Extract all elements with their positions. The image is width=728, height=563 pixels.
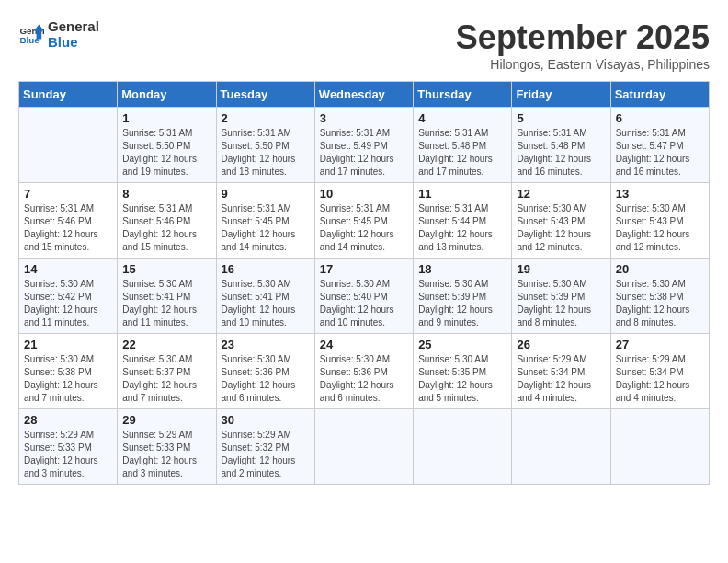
cell-info: Sunrise: 5:31 AM Sunset: 5:47 PM Dayligh… [616, 127, 704, 178]
col-header-saturday: Saturday [610, 82, 709, 108]
day-number: 27 [616, 338, 704, 351]
calendar-cell: 6Sunrise: 5:31 AM Sunset: 5:47 PM Daylig… [610, 108, 709, 183]
day-number: 17 [320, 262, 408, 276]
week-row-5: 28Sunrise: 5:29 AM Sunset: 5:33 PM Dayli… [19, 409, 710, 485]
col-header-monday: Monday [118, 82, 216, 108]
day-number: 21 [24, 338, 112, 351]
day-number: 4 [418, 111, 506, 125]
cell-info: Sunrise: 5:29 AM Sunset: 5:34 PM Dayligh… [517, 353, 605, 405]
day-number: 24 [320, 338, 408, 351]
cell-info: Sunrise: 5:31 AM Sunset: 5:48 PM Dayligh… [517, 127, 605, 178]
day-number: 13 [616, 187, 704, 201]
day-number: 18 [418, 262, 506, 276]
day-number: 26 [517, 338, 605, 351]
day-number: 7 [24, 187, 112, 201]
day-number: 20 [616, 262, 704, 276]
calendar-body: 1Sunrise: 5:31 AM Sunset: 5:50 PM Daylig… [19, 108, 710, 485]
calendar-cell: 3Sunrise: 5:31 AM Sunset: 5:49 PM Daylig… [314, 108, 413, 183]
cell-info: Sunrise: 5:30 AM Sunset: 5:36 PM Dayligh… [222, 353, 310, 405]
week-row-1: 1Sunrise: 5:31 AM Sunset: 5:50 PM Daylig… [19, 108, 710, 183]
calendar-cell: 15Sunrise: 5:30 AM Sunset: 5:41 PM Dayli… [118, 259, 216, 334]
calendar-header: SundayMondayTuesdayWednesdayThursdayFrid… [19, 82, 710, 108]
day-number: 30 [222, 413, 310, 427]
calendar-cell [19, 108, 118, 183]
logo-general: General [48, 18, 99, 34]
calendar-cell: 8Sunrise: 5:31 AM Sunset: 5:46 PM Daylig… [118, 183, 216, 259]
cell-info: Sunrise: 5:30 AM Sunset: 5:37 PM Dayligh… [122, 353, 210, 405]
col-header-friday: Friday [512, 82, 610, 108]
calendar-cell: 19Sunrise: 5:30 AM Sunset: 5:39 PM Dayli… [512, 259, 610, 334]
logo-blue: Blue [48, 34, 99, 50]
cell-info: Sunrise: 5:31 AM Sunset: 5:46 PM Dayligh… [24, 202, 112, 254]
day-number: 15 [122, 262, 210, 276]
calendar-cell: 23Sunrise: 5:30 AM Sunset: 5:36 PM Dayli… [216, 334, 314, 409]
day-number: 28 [24, 413, 112, 427]
cell-info: Sunrise: 5:29 AM Sunset: 5:33 PM Dayligh… [122, 429, 210, 480]
day-number: 22 [122, 338, 210, 351]
cell-info: Sunrise: 5:30 AM Sunset: 5:43 PM Dayligh… [616, 202, 704, 254]
calendar-cell: 20Sunrise: 5:30 AM Sunset: 5:38 PM Dayli… [610, 259, 709, 334]
cell-info: Sunrise: 5:30 AM Sunset: 5:42 PM Dayligh… [24, 278, 112, 329]
cell-info: Sunrise: 5:29 AM Sunset: 5:34 PM Dayligh… [616, 353, 704, 405]
cell-info: Sunrise: 5:31 AM Sunset: 5:45 PM Dayligh… [320, 202, 408, 254]
calendar-cell: 24Sunrise: 5:30 AM Sunset: 5:36 PM Dayli… [314, 334, 413, 409]
calendar-cell: 4Sunrise: 5:31 AM Sunset: 5:48 PM Daylig… [414, 108, 512, 183]
month-title: September 2025 [456, 18, 710, 57]
calendar-cell [512, 409, 610, 485]
calendar-cell: 25Sunrise: 5:30 AM Sunset: 5:35 PM Dayli… [414, 334, 512, 409]
cell-info: Sunrise: 5:31 AM Sunset: 5:46 PM Dayligh… [122, 202, 210, 254]
col-header-tuesday: Tuesday [216, 82, 314, 108]
week-row-2: 7Sunrise: 5:31 AM Sunset: 5:46 PM Daylig… [19, 183, 710, 259]
calendar-cell: 27Sunrise: 5:29 AM Sunset: 5:34 PM Dayli… [610, 334, 709, 409]
day-number: 12 [517, 187, 605, 201]
calendar-cell: 18Sunrise: 5:30 AM Sunset: 5:39 PM Dayli… [414, 259, 512, 334]
cell-info: Sunrise: 5:31 AM Sunset: 5:48 PM Dayligh… [418, 127, 506, 178]
day-number: 14 [24, 262, 112, 276]
page-header: General Blue General Blue September 2025… [18, 18, 710, 72]
cell-info: Sunrise: 5:29 AM Sunset: 5:33 PM Dayligh… [24, 429, 112, 480]
calendar-cell: 1Sunrise: 5:31 AM Sunset: 5:50 PM Daylig… [118, 108, 216, 183]
calendar-cell: 17Sunrise: 5:30 AM Sunset: 5:40 PM Dayli… [314, 259, 413, 334]
cell-info: Sunrise: 5:30 AM Sunset: 5:40 PM Dayligh… [320, 278, 408, 329]
cell-info: Sunrise: 5:29 AM Sunset: 5:32 PM Dayligh… [222, 429, 310, 480]
day-number: 10 [320, 187, 408, 201]
logo: General Blue General Blue [18, 18, 99, 50]
day-number: 11 [418, 187, 506, 201]
calendar-cell: 30Sunrise: 5:29 AM Sunset: 5:32 PM Dayli… [216, 409, 314, 485]
day-number: 16 [222, 262, 310, 276]
calendar-table: SundayMondayTuesdayWednesdayThursdayFrid… [18, 81, 710, 485]
cell-info: Sunrise: 5:30 AM Sunset: 5:41 PM Dayligh… [122, 278, 210, 329]
day-number: 9 [222, 187, 310, 201]
col-header-wednesday: Wednesday [314, 82, 413, 108]
calendar-cell [314, 409, 413, 485]
cell-info: Sunrise: 5:30 AM Sunset: 5:38 PM Dayligh… [616, 278, 704, 329]
calendar-cell: 13Sunrise: 5:30 AM Sunset: 5:43 PM Dayli… [610, 183, 709, 259]
cell-info: Sunrise: 5:30 AM Sunset: 5:38 PM Dayligh… [24, 353, 112, 405]
day-number: 19 [517, 262, 605, 276]
day-number: 25 [418, 338, 506, 351]
logo-icon: General Blue [18, 21, 44, 47]
calendar-cell: 28Sunrise: 5:29 AM Sunset: 5:33 PM Dayli… [19, 409, 118, 485]
day-number: 8 [122, 187, 210, 201]
week-row-4: 21Sunrise: 5:30 AM Sunset: 5:38 PM Dayli… [19, 334, 710, 409]
calendar-cell: 14Sunrise: 5:30 AM Sunset: 5:42 PM Dayli… [19, 259, 118, 334]
col-header-thursday: Thursday [414, 82, 512, 108]
cell-info: Sunrise: 5:30 AM Sunset: 5:43 PM Dayligh… [517, 202, 605, 254]
cell-info: Sunrise: 5:30 AM Sunset: 5:39 PM Dayligh… [418, 278, 506, 329]
header-row: SundayMondayTuesdayWednesdayThursdayFrid… [19, 82, 710, 108]
cell-info: Sunrise: 5:30 AM Sunset: 5:36 PM Dayligh… [320, 353, 408, 405]
calendar-cell: 29Sunrise: 5:29 AM Sunset: 5:33 PM Dayli… [118, 409, 216, 485]
day-number: 3 [320, 111, 408, 125]
calendar-cell: 7Sunrise: 5:31 AM Sunset: 5:46 PM Daylig… [19, 183, 118, 259]
cell-info: Sunrise: 5:31 AM Sunset: 5:50 PM Dayligh… [122, 127, 210, 178]
title-area: September 2025 Hilongos, Eastern Visayas… [456, 18, 710, 72]
calendar-cell: 2Sunrise: 5:31 AM Sunset: 5:50 PM Daylig… [216, 108, 314, 183]
cell-info: Sunrise: 5:30 AM Sunset: 5:41 PM Dayligh… [222, 278, 310, 329]
cell-info: Sunrise: 5:31 AM Sunset: 5:49 PM Dayligh… [320, 127, 408, 178]
calendar-cell: 26Sunrise: 5:29 AM Sunset: 5:34 PM Dayli… [512, 334, 610, 409]
calendar-cell: 5Sunrise: 5:31 AM Sunset: 5:48 PM Daylig… [512, 108, 610, 183]
calendar-cell: 9Sunrise: 5:31 AM Sunset: 5:45 PM Daylig… [216, 183, 314, 259]
week-row-3: 14Sunrise: 5:30 AM Sunset: 5:42 PM Dayli… [19, 259, 710, 334]
day-number: 2 [222, 111, 310, 125]
cell-info: Sunrise: 5:30 AM Sunset: 5:39 PM Dayligh… [517, 278, 605, 329]
